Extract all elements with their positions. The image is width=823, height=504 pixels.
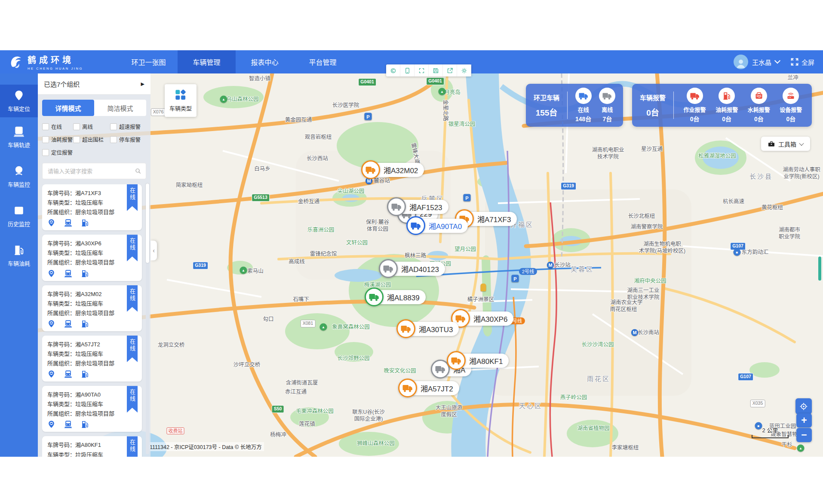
checkbox[interactable] xyxy=(42,123,49,130)
mode-tab[interactable]: 详情模式 xyxy=(42,100,94,116)
vehicle-marker[interactable]: 湘A32M02 xyxy=(361,160,424,179)
search-input[interactable] xyxy=(47,168,135,175)
search-icon[interactable] xyxy=(135,168,141,174)
filter-option[interactable]: 超速报警 xyxy=(110,122,146,131)
fullscreen-icon xyxy=(790,58,799,66)
map-toolbar-button[interactable] xyxy=(457,64,471,76)
map-label: 长沙沙湾公园 xyxy=(581,341,614,348)
vehicle-plate-row: 车牌号码：湘A57JT2 xyxy=(47,340,137,349)
stat-icon xyxy=(783,88,799,104)
zoom-out-button[interactable]: − xyxy=(796,428,812,442)
filter-option[interactable]: 在线 xyxy=(42,122,73,131)
sidebar-item-label: 车辆轨迹 xyxy=(8,141,30,149)
fuel-vehicle-icon[interactable] xyxy=(81,269,89,278)
sidebar-item[interactable]: 车辆轨迹 xyxy=(0,117,38,157)
map-label: 沙坪立交桥 xyxy=(233,361,261,368)
map-label: G319 xyxy=(193,262,208,269)
filter-option[interactable]: 定位报警 xyxy=(42,148,73,156)
panel-scrollbar[interactable] xyxy=(146,183,149,454)
locate-vehicle-icon[interactable] xyxy=(47,269,55,278)
checkbox[interactable] xyxy=(110,136,117,143)
map-toolbar-button[interactable] xyxy=(443,64,457,76)
map-label: 湖南农业大学 xyxy=(610,299,642,306)
map[interactable]: 智造小镇乌山森林公园长沙医学院月亮岛黄金园互通金星北路银星湾公园观音岩枢纽雷锋大… xyxy=(38,73,823,457)
map-label: G319 xyxy=(561,182,576,190)
fuel-vehicle-icon[interactable] xyxy=(81,320,89,328)
sidebar-item[interactable]: 历史监控 xyxy=(0,196,38,236)
main-menu-item[interactable]: 环卫一张图 xyxy=(120,50,178,73)
avatar[interactable] xyxy=(734,55,748,69)
org-selector[interactable]: 已选7个组织 ▶ xyxy=(38,73,150,95)
checkbox[interactable] xyxy=(42,136,49,143)
track-vehicle-icon[interactable] xyxy=(64,370,72,378)
filter-option[interactable]: 油耗报警 xyxy=(42,135,73,144)
vehicle-plate: 湘A57JT2 xyxy=(75,341,100,348)
locate-vehicle-icon[interactable] xyxy=(47,320,55,328)
locate-vehicle-icon[interactable] xyxy=(47,370,55,378)
checkbox[interactable] xyxy=(73,136,80,143)
mode-tab[interactable]: 简洁模式 xyxy=(94,100,146,116)
vehicle-marker[interactable]: 湘A30TU3 xyxy=(396,319,459,338)
vehicle-marker[interactable]: 湘AL8839 xyxy=(365,287,426,306)
track-vehicle-icon[interactable] xyxy=(64,219,72,227)
checkbox[interactable] xyxy=(110,123,117,130)
vehicle-marker[interactable]: 湘A80KF1 xyxy=(447,351,509,370)
vehicle-list[interactable]: 车牌号码：湘A71XF3 车辆类型：垃圾压缩车 所属组织：厨余垃圾项目部 在线 … xyxy=(42,184,146,457)
track-vehicle-icon[interactable] xyxy=(64,420,72,428)
zoom-in-button[interactable]: + xyxy=(796,413,812,428)
filter-option[interactable]: 停车报警 xyxy=(110,135,146,144)
stat-value: 0台 xyxy=(780,114,802,123)
map-label: 芙蓉区 xyxy=(571,265,594,274)
sidebar-item[interactable]: 车辆定位 xyxy=(0,85,38,117)
main-menu-item[interactable]: 平台管理 xyxy=(294,50,352,73)
locate-vehicle-icon[interactable] xyxy=(47,420,55,428)
main-menu-item[interactable]: 报表中心 xyxy=(236,50,294,73)
fuel-vehicle-icon[interactable] xyxy=(81,420,89,428)
map-toolbar-button[interactable] xyxy=(386,64,400,76)
track-vehicle-icon[interactable] xyxy=(64,320,72,328)
map-mini-scrollbar[interactable] xyxy=(818,257,821,281)
vehicle-card[interactable]: 车牌号码：湘A32M02 车辆类型：垃圾压缩车 所属组织：厨余垃圾项目部 在线 xyxy=(42,285,142,331)
fullscreen-button[interactable]: 全屏 xyxy=(790,58,814,67)
toolbox-button[interactable]: 工具箱 xyxy=(761,137,810,151)
vehicle-card[interactable]: 车牌号码：湘A57JT2 车辆类型：垃圾压缩车 所属组织：厨余垃圾项目部 在线 xyxy=(42,336,142,382)
map-toolbar-button[interactable] xyxy=(400,64,415,76)
fuel-vehicle-icon[interactable] xyxy=(81,370,89,378)
vehicle-card[interactable]: 车牌号码：湘A90TA0 车辆类型：垃圾压缩车 所属组织：厨余垃圾项目部 在线 xyxy=(42,386,142,432)
locate-vehicle-icon[interactable] xyxy=(47,219,55,227)
user-name[interactable]: 王水晶 xyxy=(752,58,771,67)
panel-scrollbar-thumb[interactable] xyxy=(146,183,149,263)
vehicle-type-button[interactable]: 车辆类型 xyxy=(165,84,197,117)
vehicle-card[interactable]: 车牌号码：湘A80KF1 车辆类型：垃圾压缩车 所属组织：厨余垃圾项目部 在线 xyxy=(42,436,142,457)
vehicle-marker[interactable]: 湘AF1523 xyxy=(387,197,448,216)
fuel-vehicle-icon[interactable] xyxy=(81,219,89,227)
stat-icon xyxy=(751,88,767,104)
map-toolbar-button[interactable] xyxy=(429,64,443,76)
toolbar-icon xyxy=(447,67,453,74)
filter-option[interactable]: 离线 xyxy=(73,122,110,131)
main-menu-item[interactable]: 车辆管理 xyxy=(178,50,236,73)
map-toolbar-button[interactable] xyxy=(415,64,429,76)
vehicle-card[interactable]: 车牌号码：湘A71XF3 车辆类型：垃圾压缩车 所属组织：厨余垃圾项目部 在线 xyxy=(42,184,142,230)
panel-collapse-handle[interactable]: ‹ xyxy=(150,241,157,260)
vehicle-card[interactable]: 车牌号码：湘A30XP6 车辆类型：垃圾压缩车 所属组织：厨余垃圾项目部 在线 xyxy=(42,235,142,281)
filter-option[interactable]: 超出围栏 xyxy=(73,135,110,144)
track-vehicle-icon[interactable] xyxy=(64,269,72,278)
map-poi-icon: M xyxy=(547,262,554,269)
sidebar-item[interactable]: 车辆监控 xyxy=(0,157,38,196)
vehicle-marker[interactable]: 湘A90TA0 xyxy=(406,216,468,235)
map-label: 兰冲 xyxy=(787,74,798,81)
toolbar-icon xyxy=(418,67,425,74)
vehicle-marker[interactable]: 湘A30XP6 xyxy=(451,309,513,328)
vehicle-marker[interactable]: 湘AD40123 xyxy=(379,259,445,278)
checkbox[interactable] xyxy=(73,123,80,130)
vehicle-plate-row: 车牌号码：湘A32M02 xyxy=(47,290,137,299)
panel-body: 详情模式 简洁模式 在线 离线 超速报警 油耗报警 xyxy=(38,95,150,457)
arrow-right-icon[interactable]: ▶ xyxy=(141,81,144,87)
vehicle-marker[interactable]: 湘A57JT2 xyxy=(398,379,459,397)
checkbox[interactable] xyxy=(42,149,49,156)
chevron-down-icon[interactable] xyxy=(774,58,780,64)
locate-button[interactable] xyxy=(795,398,812,414)
main-menu-item-label: 报表中心 xyxy=(251,57,278,67)
sidebar-item[interactable]: 车辆油耗 xyxy=(0,236,38,275)
